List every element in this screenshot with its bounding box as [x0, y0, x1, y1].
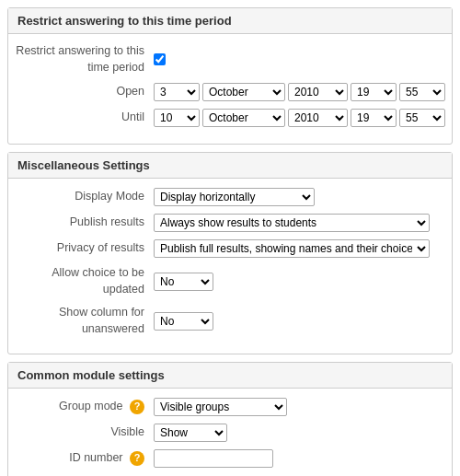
- privacy-select[interactable]: Publish full results, showing names and …: [154, 239, 430, 258]
- display-mode-label: Display Mode: [16, 189, 154, 205]
- display-mode-row: Display Mode Display horizontally Displa…: [16, 188, 444, 206]
- until-time-row: 12345 678910 1112131415 1617181920 21222…: [154, 109, 445, 127]
- restrict-checkbox-label: Restrict answering to thistime period: [16, 43, 154, 75]
- show-column-row: Show column forunanswered No Yes: [16, 305, 444, 337]
- show-column-control: No Yes: [154, 312, 444, 331]
- privacy-row: Privacy of results Publish full results,…: [16, 239, 444, 258]
- open-minute-select[interactable]: 0005101520 2530354045 5055: [399, 83, 445, 101]
- id-number-input[interactable]: [154, 449, 273, 468]
- until-month-select[interactable]: JanuaryFebruaryMarchApril MayJuneJulyAug…: [202, 109, 285, 127]
- group-mode-select[interactable]: No groups Separate groups Visible groups: [154, 398, 287, 416]
- show-column-select[interactable]: No Yes: [154, 312, 213, 331]
- visible-control: Show Hide: [154, 424, 444, 442]
- open-day-select[interactable]: 31245 678910 1112131415 1617181920 21222…: [154, 83, 200, 101]
- id-number-control: [154, 449, 444, 468]
- publish-results-label: Publish results: [16, 215, 154, 231]
- open-control: 31245 678910 1112131415 1617181920 21222…: [154, 83, 445, 101]
- allow-choice-row: Allow choice to beupdated No Yes: [16, 265, 444, 297]
- open-row: Open 31245 678910 1112131415 1617181920 …: [16, 83, 444, 101]
- open-year-select[interactable]: 20092010201120122013: [288, 83, 348, 101]
- publish-results-row: Publish results Always show results to s…: [16, 214, 444, 232]
- display-mode-control: Display horizontally Display vertically: [154, 188, 444, 206]
- restrict-section: Restrict answering to this time period R…: [7, 7, 453, 145]
- open-time-row: 31245 678910 1112131415 1617181920 21222…: [154, 83, 445, 101]
- until-minute-select[interactable]: 0005101520 2530354045 5055: [399, 109, 445, 127]
- common-section: Common module settings Group mode ? No g…: [7, 362, 453, 476]
- restrict-header: Restrict answering to this time period: [8, 8, 452, 34]
- visible-label: Visible: [16, 424, 154, 441]
- privacy-label: Privacy of results: [16, 240, 154, 257]
- id-number-row: ID number ?: [16, 449, 444, 468]
- group-mode-control: No groups Separate groups Visible groups: [154, 398, 444, 416]
- open-hour-select[interactable]: 01234 56789 1011121314 1516171819 202122…: [351, 83, 397, 101]
- show-column-label: Show column forunanswered: [16, 305, 154, 337]
- until-label: Until: [16, 110, 154, 126]
- group-mode-row: Group mode ? No groups Separate groups V…: [16, 398, 444, 416]
- misc-header: Miscellaneous Settings: [8, 153, 452, 179]
- group-mode-help-icon[interactable]: ?: [130, 400, 144, 414]
- common-header: Common module settings: [8, 363, 452, 389]
- until-control: 12345 678910 1112131415 1617181920 21222…: [154, 109, 445, 127]
- until-year-select[interactable]: 20092010201120122013: [288, 109, 348, 127]
- display-mode-select[interactable]: Display horizontally Display vertically: [154, 188, 315, 206]
- privacy-control: Publish full results, showing names and …: [154, 239, 444, 258]
- publish-results-control: Always show results to students Do not p…: [154, 214, 444, 232]
- restrict-checkbox[interactable]: [154, 53, 166, 65]
- restrict-checkbox-control: [154, 53, 444, 65]
- misc-section: Miscellaneous Settings Display Mode Disp…: [7, 152, 453, 354]
- until-day-select[interactable]: 12345 678910 1112131415 1617181920 21222…: [154, 109, 200, 127]
- group-mode-label: Group mode ?: [16, 399, 154, 415]
- visible-select[interactable]: Show Hide: [154, 424, 227, 442]
- open-label: Open: [16, 84, 154, 100]
- visible-row: Visible Show Hide: [16, 424, 444, 442]
- open-month-select[interactable]: JanuaryFebruaryMarchApril MayJuneJulyAug…: [202, 83, 285, 101]
- allow-choice-control: No Yes: [154, 273, 444, 291]
- allow-choice-select[interactable]: No Yes: [154, 273, 213, 291]
- until-row: Until 12345 678910 1112131415 1617181920…: [16, 109, 444, 127]
- until-hour-select[interactable]: 01234 56789 1011121314 1516171819 202122…: [351, 109, 397, 127]
- restrict-checkbox-row: Restrict answering to thistime period: [16, 43, 444, 75]
- publish-results-select[interactable]: Always show results to students Do not p…: [154, 214, 430, 232]
- id-number-label: ID number ?: [16, 450, 154, 467]
- id-number-help-icon[interactable]: ?: [130, 451, 144, 466]
- allow-choice-label: Allow choice to beupdated: [16, 265, 154, 297]
